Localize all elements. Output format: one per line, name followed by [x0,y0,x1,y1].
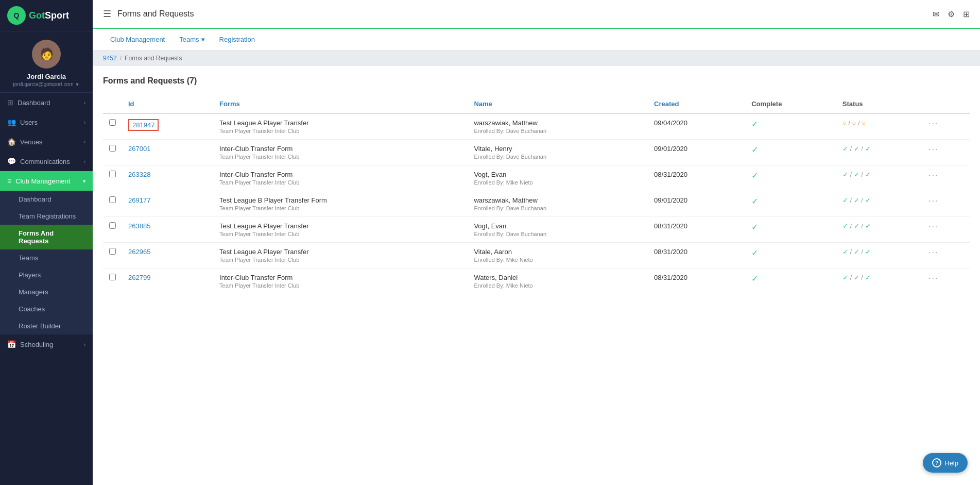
person-name: Vogt, Evan [474,171,642,178]
top-nav-registration[interactable]: Registration [212,29,262,51]
person-name: Waters, Daniel [474,274,642,281]
row-actions-menu[interactable]: ··· [929,145,938,154]
id-link[interactable]: 269177 [128,196,150,204]
row-form-cell: Inter-Club Transfer FormTeam Player Tran… [213,140,468,165]
sub-item-teams[interactable]: Teams [0,249,93,266]
sidebar-label-club-management: Club Management [15,177,70,185]
id-link[interactable]: 262799 [128,274,150,281]
id-link[interactable]: 263328 [128,171,150,178]
row-form-cell: Test League A Player TransferTeam Player… [213,113,468,140]
row-actions-menu[interactable]: ··· [929,171,938,179]
row-created-cell: 09/01/2020 [648,191,745,217]
sidebar-item-dashboard[interactable]: ⊞ Dashboard › [0,93,93,112]
table-row: 281947Test League A Player TransferTeam … [103,113,970,140]
form-name: Test League A Player Transfer [219,119,461,127]
status-check-icon: ✓ [865,274,871,281]
status-check-icon: ✓ [843,145,848,153]
status-check-icon: ✓ [843,222,848,230]
help-circle-icon: ? [932,458,941,467]
form-name: Test League B Player Transfer Form [219,196,461,204]
row-created-cell: 09/04/2020 [648,113,745,140]
row-name-cell: warszawiak, MatthewEnrolled By: Dave Buc… [468,191,648,217]
enrolled-by: Enrolled By: Dave Buchanan [474,154,642,160]
col-complete: Complete [745,95,836,113]
row-actions-menu[interactable]: ··· [929,274,938,282]
row-checkbox[interactable] [109,248,116,255]
sub-item-team-registrations[interactable]: Team Registrations [0,208,93,225]
status-check-icon: ✓ [865,196,871,204]
person-name: warszawiak, Matthew [474,196,642,204]
row-complete-cell: ✓ [745,243,836,269]
row-form-cell: Test League B Player Transfer FormTeam P… [213,191,468,217]
sidebar-item-communications[interactable]: 💬 Communications › [0,152,93,171]
user-email: jordi.garcia@gotsport.com [13,81,74,87]
sub-item-dashboard[interactable]: Dashboard [0,191,93,208]
row-complete-cell: ✓ [745,113,836,140]
sub-item-players[interactable]: Players [0,266,93,283]
sub-item-forms-requests[interactable]: Forms And Requests [0,225,93,249]
grid-icon[interactable]: ⊞ [963,9,970,19]
row-actions-menu[interactable]: ··· [929,248,938,257]
settings-icon[interactable]: ⚙ [948,9,955,19]
col-id[interactable]: Id [122,95,213,113]
enrolled-by: Enrolled By: Mike Nieto [474,282,642,289]
col-forms[interactable]: Forms [213,95,468,113]
breadcrumb: 9452 / Forms and Requests [93,51,980,66]
col-created[interactable]: Created [648,95,745,113]
row-actions-menu[interactable]: ··· [929,222,938,231]
status-check-icon: ✓ [854,196,859,204]
top-nav-teams[interactable]: Teams ▾ [172,29,212,51]
sidebar-item-users[interactable]: 👥 Users › [0,112,93,132]
row-id-cell: 267001 [122,140,213,165]
row-name-cell: Waters, DanielEnrolled By: Mike Nieto [468,269,648,294]
chevron-right-icon: › [84,100,85,106]
row-actions-menu[interactable]: ··· [929,119,938,128]
status-circle-icon: ○ [862,119,866,127]
user-email-arrow[interactable]: ▼ [75,82,79,87]
status-check-icon: ✓ [854,222,859,230]
page-title: Forms and Requests (7) [103,76,970,86]
id-link-highlighted[interactable]: 281947 [128,119,159,131]
row-name-cell: Vitale, AaronEnrolled By: Mike Nieto [468,243,648,269]
row-checkbox[interactable] [109,119,116,126]
table-row: 267001Inter-Club Transfer FormTeam Playe… [103,140,970,165]
top-nav-club-management[interactable]: Club Management [103,29,172,51]
sub-item-roster-builder[interactable]: Roster Builder [0,317,93,335]
id-link[interactable]: 263885 [128,222,150,230]
breadcrumb-org-id[interactable]: 9452 [103,55,117,62]
enrolled-by: Enrolled By: Dave Buchanan [474,205,642,211]
hamburger-icon[interactable]: ☰ [103,8,111,20]
id-link[interactable]: 262965 [128,248,150,256]
help-button[interactable]: ? Help [923,453,968,473]
row-actions-menu[interactable]: ··· [929,196,938,205]
content-area: Forms and Requests (7) Id Forms Name Cre… [93,66,980,485]
status-check-icon: ✓ [865,145,871,153]
row-status-cell: ✓ / ✓ / ✓ [836,217,922,243]
row-checkbox[interactable] [109,222,116,229]
sidebar-item-venues[interactable]: 🏠 Venues › [0,132,93,152]
status-check-icon: ✓ [865,222,871,230]
row-complete-cell: ✓ [745,191,836,217]
row-checkbox[interactable] [109,171,116,177]
status-check-icon: ✓ [854,171,859,178]
row-status-cell: ○ / ○ / ○ [836,113,922,140]
sub-item-managers[interactable]: Managers [0,283,93,300]
dashboard-icon: ⊞ [7,98,13,107]
chevron-right-icon-scheduling: › [84,342,85,347]
row-checkbox[interactable] [109,196,116,203]
complete-check-icon: ✓ [751,197,758,206]
col-name[interactable]: Name [468,95,648,113]
form-sub: Team Player Transfer Inter Club [219,231,461,237]
row-checkbox[interactable] [109,145,116,152]
id-link[interactable]: 267001 [128,145,150,153]
mail-icon[interactable]: ✉ [933,9,939,19]
sidebar-item-club-management[interactable]: ≡ Club Management ▾ [0,171,93,191]
sidebar-item-scheduling[interactable]: 📅 Scheduling › [0,335,93,354]
form-sub: Team Player Transfer Inter Club [219,257,461,263]
top-nav: Club Management Teams ▾ Registration [93,29,980,51]
row-actions-cell: ··· [922,217,970,243]
sub-item-coaches[interactable]: Coaches [0,300,93,317]
table-row: 269177Test League B Player Transfer Form… [103,191,970,217]
row-checkbox[interactable] [109,274,116,280]
row-id-cell: 269177 [122,191,213,217]
